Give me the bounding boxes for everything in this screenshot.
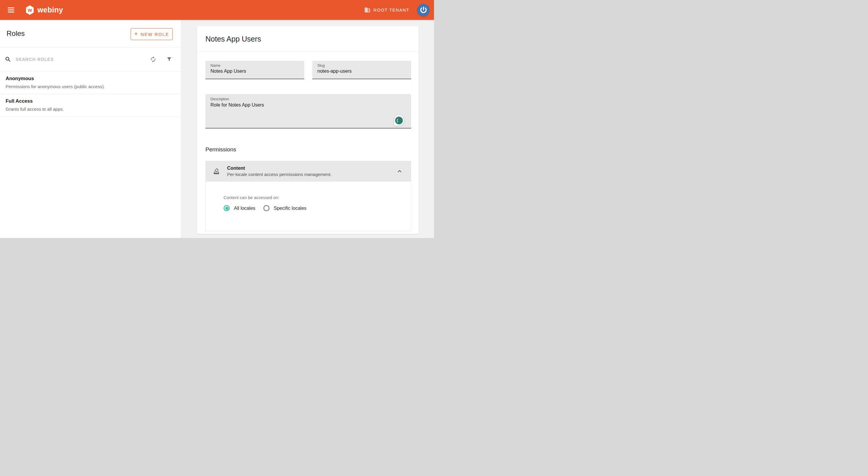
tenant-selector[interactable]: ROOT TENANT xyxy=(364,7,409,13)
roles-list: Anonymous Permissions for anonymous user… xyxy=(0,71,181,117)
building-icon xyxy=(364,7,370,13)
power-icon xyxy=(420,6,428,14)
tenant-label: ROOT TENANT xyxy=(373,8,409,12)
user-avatar[interactable] xyxy=(417,4,430,16)
top-bar: W webiny ROOT TENANT xyxy=(0,0,434,20)
chevron-up-icon[interactable] xyxy=(396,168,403,174)
role-details-area: Notes App Users Name Slug Description Ro… xyxy=(181,20,434,238)
search-icon xyxy=(5,56,11,63)
chat-widget-icon[interactable] xyxy=(394,115,404,126)
description-field-label: Description xyxy=(211,97,406,101)
filter-icon[interactable] xyxy=(165,56,173,63)
slug-input[interactable] xyxy=(317,68,406,74)
description-field[interactable]: Description Role for Notes App Users xyxy=(206,94,411,128)
role-item-description: Permissions for anonymous users (public … xyxy=(6,84,175,89)
permissions-heading: Permissions xyxy=(206,146,411,153)
roles-panel-header: Roles + NEW ROLE xyxy=(0,20,181,47)
radio-all-locales-label[interactable]: All locales xyxy=(234,205,255,211)
webiny-admin-screen: W webiny ROOT TENANT Roles xyxy=(0,0,434,238)
radio-specific-locales[interactable] xyxy=(263,205,270,211)
content-accordion-subtitle: Per-locale content access permissions ma… xyxy=(227,172,332,177)
page-title: Roles xyxy=(6,29,25,38)
content-accordion-header[interactable]: Content Per-locale content access permis… xyxy=(206,161,411,182)
locales-radio-group: All locales Specific locales xyxy=(223,205,411,211)
content-permissions-accordion: Content Per-locale content access permis… xyxy=(206,161,411,231)
search-input[interactable] xyxy=(15,57,149,62)
webiny-hexagon-logo: W xyxy=(26,5,34,15)
role-list-item-full-access[interactable]: Full Access Grants full access to all ap… xyxy=(0,94,181,117)
role-details-card: Notes App Users Name Slug Description Ro… xyxy=(197,26,418,234)
new-role-button[interactable]: + NEW ROLE xyxy=(131,28,173,40)
slug-field-label: Slug xyxy=(317,64,406,68)
refresh-icon[interactable] xyxy=(149,56,157,63)
radio-specific-locales-label[interactable]: Specific locales xyxy=(274,205,306,211)
brand-wordmark: webiny xyxy=(37,6,63,14)
plus-icon: + xyxy=(134,30,138,37)
name-field[interactable]: Name xyxy=(206,61,304,79)
content-accordion-body: Content can be accessed on: All locales … xyxy=(206,182,411,231)
role-list-item-anonymous[interactable]: Anonymous Permissions for anonymous user… xyxy=(0,71,181,94)
description-textarea[interactable]: Role for Notes App Users xyxy=(211,102,406,121)
new-role-button-label: NEW ROLE xyxy=(141,32,169,37)
menu-icon[interactable] xyxy=(8,7,14,12)
webiny-logo[interactable]: W webiny xyxy=(26,5,63,15)
roles-search-bar xyxy=(0,47,181,71)
role-details-title: Notes App Users xyxy=(206,35,261,43)
name-slug-row: Name Slug xyxy=(206,61,411,79)
radio-all-locales[interactable] xyxy=(223,205,230,211)
role-details-header: Notes App Users xyxy=(197,26,418,52)
roles-panel: Roles + NEW ROLE xyxy=(0,20,181,238)
role-item-name: Full Access xyxy=(6,98,175,104)
role-details-form: Name Slug Description Role for Notes App… xyxy=(197,61,418,231)
ballot-box-icon xyxy=(213,168,220,175)
slug-field[interactable]: Slug xyxy=(312,61,411,79)
name-field-label: Name xyxy=(211,64,299,68)
content-accordion-title: Content xyxy=(227,166,332,171)
hexagon-w-letter: W xyxy=(28,7,32,12)
role-item-name: Anonymous xyxy=(6,76,175,81)
locales-access-label: Content can be accessed on: xyxy=(223,195,411,200)
name-input[interactable] xyxy=(211,68,299,74)
content-accordion-titles: Content Per-locale content access permis… xyxy=(227,166,332,177)
role-item-description: Grants full access to all apps. xyxy=(6,106,175,112)
